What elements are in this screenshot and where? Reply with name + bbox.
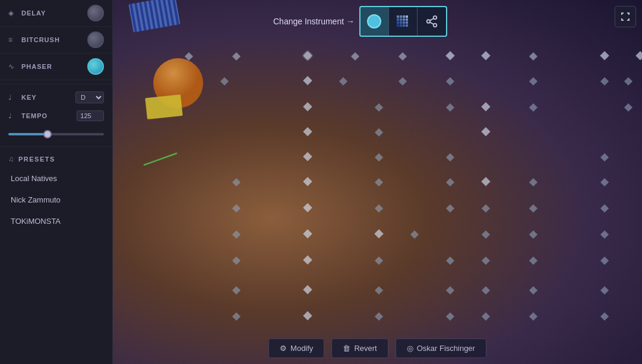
svg-rect-93 [406, 18, 408, 21]
svg-rect-90 [397, 18, 399, 21]
share-icon [425, 15, 438, 28]
bottom-toolbar: ⚙ Modify 🗑 Revert ◎ Oskar Fischinger [113, 338, 642, 358]
key-icon: ♩ [8, 93, 17, 102]
delay-icon: ◈ [8, 9, 17, 17]
presets-label: PRESETS [18, 156, 55, 163]
tempo-slider[interactable] [8, 133, 104, 135]
tempo-label: TEMPO [21, 112, 72, 119]
delay-row: ◈ DELAY [0, 0, 112, 27]
svg-rect-97 [406, 21, 408, 24]
delay-label: DELAY [21, 10, 83, 17]
preset-local-natives[interactable]: Local Natives [0, 168, 112, 189]
svg-rect-89 [406, 15, 408, 18]
modify-icon: ⚙ [280, 344, 287, 353]
phaser-icon: ∿ [8, 62, 17, 71]
instrument-grid-btn[interactable] [389, 7, 418, 36]
tempo-row: ♩ TEMPO [0, 107, 112, 125]
modify-label: Modify [290, 344, 313, 353]
modify-button[interactable]: ⚙ Modify [268, 338, 324, 358]
svg-rect-94 [397, 21, 399, 24]
svg-rect-101 [406, 24, 408, 27]
preset-search-icon: ◎ [407, 344, 413, 353]
preset-name-label: Oskar Fischinger [417, 344, 475, 353]
tempo-slider-container [0, 125, 112, 143]
fullscreen-button[interactable] [615, 6, 636, 27]
svg-point-103 [427, 20, 431, 23]
svg-rect-86 [397, 15, 399, 18]
svg-line-106 [430, 18, 434, 21]
instrument-circle-btn[interactable] [360, 7, 389, 36]
phaser-row: ∿ PHASER [0, 53, 112, 80]
grid-icon [396, 14, 410, 29]
change-instrument-label: Change Instrument → [273, 17, 355, 26]
svg-rect-98 [397, 24, 399, 27]
revert-icon: 🗑 [343, 344, 350, 353]
svg-point-102 [434, 16, 437, 19]
canvas-background [113, 0, 642, 364]
revert-button[interactable]: 🗑 Revert [331, 338, 388, 358]
svg-rect-95 [400, 21, 402, 24]
fullscreen-icon [621, 12, 630, 21]
presets-icon: ♫ [8, 155, 14, 163]
delay-toggle[interactable] [87, 5, 104, 21]
key-label: KEY [21, 94, 71, 101]
svg-rect-96 [403, 21, 405, 24]
instrument-toolbar [359, 6, 447, 37]
preset-tokimonsta[interactable]: TOKiMONSTA [0, 211, 112, 232]
bitcrush-toggle[interactable] [87, 31, 104, 48]
instrument-share-btn[interactable] [418, 7, 446, 36]
revert-label: Revert [354, 344, 377, 353]
sidebar: ◈ DELAY ≡ BITCRUSH ∿ PHASER ♩ KEY DCC#D#… [0, 0, 113, 364]
circle-icon [367, 14, 381, 29]
svg-line-105 [430, 22, 434, 24]
main-canvas[interactable]: Change Instrument → [113, 0, 642, 364]
phaser-label: PHASER [21, 63, 83, 70]
svg-rect-91 [400, 18, 402, 21]
svg-rect-92 [403, 18, 405, 21]
preset-name-button[interactable]: ◎ Oskar Fischinger [396, 338, 486, 358]
svg-rect-100 [403, 24, 405, 27]
instrument-popup: Change Instrument → [273, 6, 447, 37]
preset-nick-zammuto[interactable]: Nick Zammuto [0, 189, 112, 211]
svg-rect-99 [400, 24, 402, 27]
bitcrush-label: BITCRUSH [21, 36, 83, 43]
svg-point-104 [434, 24, 437, 27]
key-select[interactable]: DCC#D# EFF#G G#AA#B [75, 91, 104, 103]
tempo-input[interactable] [77, 110, 104, 121]
svg-rect-87 [400, 15, 402, 18]
key-row: ♩ KEY DCC#D# EFF#G G#AA#B [0, 88, 112, 107]
bitcrush-icon: ≡ [8, 36, 17, 44]
phaser-toggle[interactable] [87, 58, 104, 75]
presets-header: ♫ PRESETS [0, 150, 112, 168]
bitcrush-row: ≡ BITCRUSH [0, 27, 112, 53]
svg-rect-88 [403, 15, 405, 18]
tempo-icon: ♩ [8, 112, 17, 120]
